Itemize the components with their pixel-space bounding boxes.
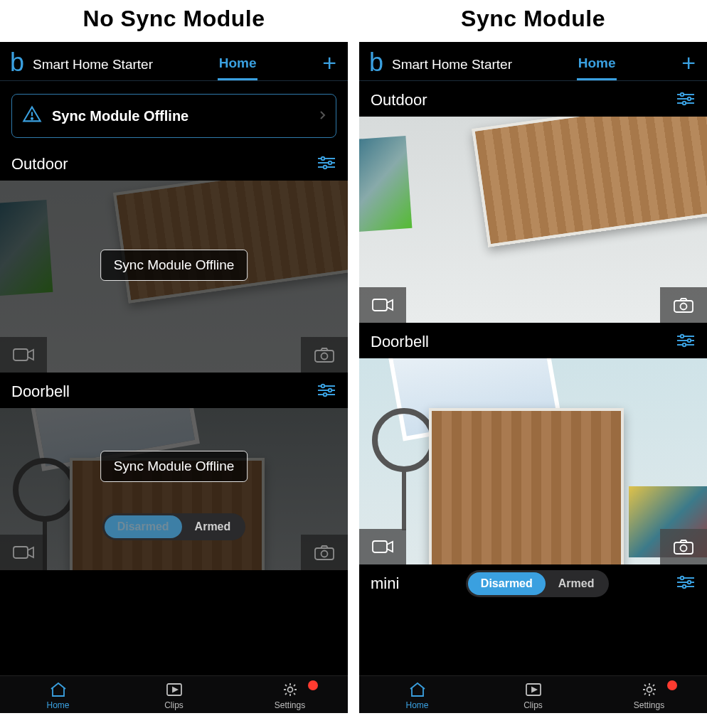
account-name[interactable]: Smart Home Starter [33, 57, 153, 73]
svg-rect-18 [315, 548, 334, 560]
tab-label: Settings [634, 700, 664, 710]
camera-settings-icon[interactable] [676, 92, 696, 109]
chevron-right-icon [319, 110, 326, 122]
camera-feed-outdoor[interactable]: Sync Module Offline [0, 181, 348, 373]
camera-name: Doorbell [11, 382, 70, 401]
arm-option-disarmed[interactable]: Disarmed [468, 572, 546, 595]
camera-settings-icon[interactable] [317, 156, 336, 173]
tab-label: Clips [164, 700, 184, 710]
svg-point-1 [31, 118, 33, 119]
svg-point-5 [329, 161, 331, 164]
svg-point-21 [287, 687, 292, 692]
app-logo: b [9, 50, 27, 80]
tab-bar-home[interactable]: Home [0, 680, 116, 710]
left-phone-screen: b Smart Home Starter Home + Sync Module … [0, 42, 348, 713]
camera-settings-icon[interactable] [676, 575, 696, 592]
camera-name: Outdoor [371, 91, 427, 109]
svg-rect-17 [14, 547, 28, 558]
svg-rect-38 [674, 542, 693, 554]
camera-feed-doorbell[interactable] [359, 358, 707, 564]
clips-icon [524, 680, 543, 699]
svg-point-43 [688, 581, 691, 584]
svg-rect-8 [14, 349, 28, 360]
tab-bar-home[interactable]: Home [359, 680, 475, 710]
bottom-tab-bar: Home Clips Settings [359, 675, 707, 713]
svg-point-12 [321, 385, 324, 387]
svg-point-7 [324, 166, 326, 168]
camera-header-mini: mini Disarmed Armed [359, 564, 707, 603]
svg-point-3 [321, 157, 324, 160]
camera-settings-icon[interactable] [317, 383, 336, 400]
system-tabs: Home [159, 49, 317, 80]
svg-rect-28 [373, 299, 387, 311]
tab-home[interactable]: Home [218, 55, 258, 80]
svg-point-23 [681, 93, 684, 96]
svg-point-45 [683, 585, 686, 588]
svg-point-34 [688, 339, 691, 342]
tab-label: Home [46, 700, 69, 710]
svg-point-19 [321, 551, 328, 557]
tab-bar-clips[interactable]: Clips [475, 680, 591, 710]
top-bar: b Smart Home Starter Home + [0, 42, 348, 81]
column-title-left: No Sync Module [0, 0, 348, 42]
home-icon [49, 680, 68, 699]
snapshot-button[interactable] [660, 529, 707, 564]
tab-bar-settings[interactable]: Settings [591, 680, 707, 710]
bottom-tab-bar: Home Clips Settings [0, 675, 348, 713]
gear-icon [281, 680, 299, 699]
tab-bar-clips[interactable]: Clips [116, 680, 232, 710]
svg-rect-9 [315, 350, 334, 362]
camera-header-doorbell: Doorbell [0, 373, 348, 408]
svg-point-39 [681, 545, 687, 552]
live-view-button[interactable] [0, 535, 47, 570]
svg-point-41 [681, 577, 684, 579]
svg-rect-37 [373, 541, 387, 552]
offline-overlay: Sync Module Offline [100, 451, 248, 482]
add-device-button[interactable]: + [322, 50, 339, 79]
snapshot-button[interactable] [301, 535, 348, 570]
clips-icon [165, 680, 184, 699]
banner-text: Sync Module Offline [52, 108, 309, 124]
camera-feed-outdoor[interactable] [359, 117, 707, 323]
right-phone-screen: b Smart Home Starter Home + Outdoor [359, 42, 707, 713]
add-device-button[interactable]: + [681, 50, 698, 79]
svg-point-14 [329, 389, 331, 392]
column-title-right: Sync Module [359, 0, 707, 42]
snapshot-button[interactable] [660, 287, 707, 323]
tab-bar-settings[interactable]: Settings [232, 680, 348, 710]
arm-toggle: Disarmed Armed [406, 570, 669, 597]
offline-overlay: Sync Module Offline [100, 250, 248, 281]
svg-point-16 [324, 393, 326, 396]
svg-point-10 [321, 353, 328, 360]
tab-label: Settings [275, 700, 305, 710]
camera-header-outdoor: Outdoor [0, 145, 348, 181]
gear-icon [640, 680, 659, 699]
sync-module-offline-banner[interactable]: Sync Module Offline [11, 94, 336, 138]
system-tabs: Home [518, 49, 676, 80]
camera-name: Doorbell [371, 333, 429, 351]
live-view-button[interactable] [0, 337, 47, 373]
live-view-button[interactable] [359, 287, 406, 323]
svg-point-36 [683, 343, 686, 346]
account-name[interactable]: Smart Home Starter [392, 57, 512, 73]
svg-point-27 [683, 102, 686, 105]
tab-home[interactable]: Home [577, 55, 617, 80]
camera-name: Outdoor [11, 155, 68, 173]
tab-label: Clips [523, 700, 543, 710]
home-icon [408, 680, 427, 699]
camera-settings-icon[interactable] [676, 333, 696, 350]
snapshot-button[interactable] [301, 337, 348, 373]
camera-name: mini [371, 574, 399, 593]
svg-point-47 [647, 687, 652, 692]
arm-option-armed[interactable]: Armed [546, 572, 607, 595]
camera-feed-doorbell[interactable]: Sync Module Offline Disarmed Armed [0, 408, 348, 570]
live-view-button[interactable] [359, 529, 406, 564]
top-bar: b Smart Home Starter Home + [359, 42, 707, 81]
camera-header-doorbell: Doorbell [359, 323, 707, 358]
svg-point-25 [688, 97, 691, 100]
warning-icon [22, 105, 42, 127]
camera-header-outdoor: Outdoor [359, 81, 707, 117]
app-logo: b [368, 50, 386, 80]
notification-badge [667, 680, 677, 690]
svg-point-32 [681, 335, 684, 338]
